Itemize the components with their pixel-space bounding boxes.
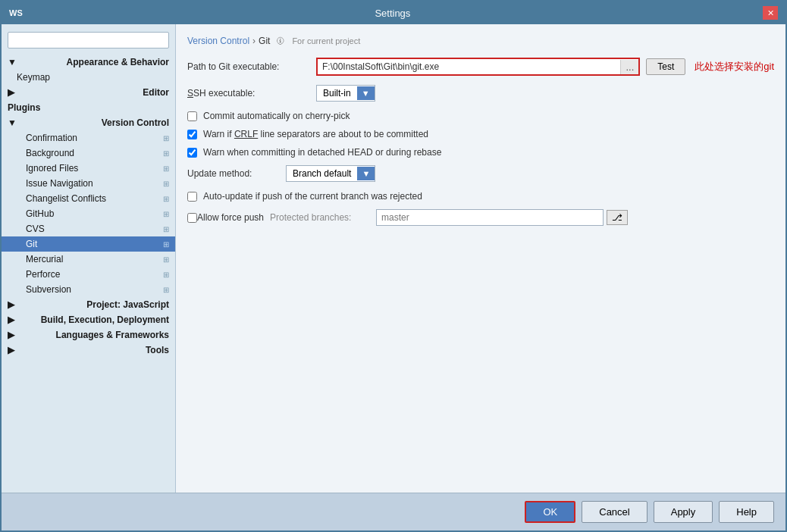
update-method-dropdown[interactable]: ▼ bbox=[357, 167, 375, 180]
title-bar: WS Settings ✕ bbox=[2, 2, 785, 24]
crlf-underline: CRLF bbox=[234, 129, 258, 139]
crlf-label[interactable]: Warn if CRLF line separators are about t… bbox=[203, 129, 428, 139]
help-button[interactable]: Help bbox=[719, 501, 774, 523]
expand-arrow-projectjs: ▶ bbox=[8, 299, 14, 310]
test-button[interactable]: Test bbox=[646, 58, 685, 75]
ok-button[interactable]: OK bbox=[525, 501, 575, 523]
sidebar-label-git: Git bbox=[26, 239, 37, 249]
sidebar-item-mercurial[interactable]: Mercurial ⊞ bbox=[2, 252, 175, 267]
sync-icon-confirmation: ⊞ bbox=[163, 134, 169, 142]
ssh-label-rest: SH executable: bbox=[193, 88, 255, 99]
autoupdate-label[interactable]: Auto-update if push of the current branc… bbox=[203, 191, 422, 202]
sidebar-item-cvs[interactable]: CVS ⊞ bbox=[2, 221, 175, 236]
sidebar-item-tools[interactable]: ▶ Tools bbox=[2, 343, 175, 358]
sidebar: ▼ Appearance & Behavior Keymap ▶ Editor … bbox=[2, 24, 176, 493]
force-push-row: Allow force push Protected branches: ⎇ bbox=[187, 209, 774, 226]
force-push-checkbox[interactable] bbox=[187, 213, 197, 223]
breadcrumb-vc: Version Control bbox=[187, 36, 249, 46]
sidebar-label-projectjs: Project: JavaScript bbox=[86, 299, 169, 310]
ssh-label: SSH executable: bbox=[187, 88, 316, 99]
apply-button[interactable]: Apply bbox=[654, 501, 713, 523]
expand-arrow-vc: ▼ bbox=[8, 117, 17, 128]
update-method-label: Update method: bbox=[187, 168, 286, 179]
protected-branches-input[interactable] bbox=[376, 209, 604, 226]
sidebar-item-keymap[interactable]: Keymap bbox=[2, 70, 175, 85]
browse-button[interactable]: ... bbox=[620, 60, 638, 74]
sidebar-label-mercurial: Mercurial bbox=[26, 254, 63, 264]
sync-icon-mercurial: ⊞ bbox=[163, 255, 169, 264]
sidebar-item-editor[interactable]: ▶ Editor bbox=[2, 85, 175, 100]
main-panel: Version Control › Git 🛈 For current proj… bbox=[176, 24, 785, 493]
sidebar-item-plugins[interactable]: Plugins bbox=[2, 100, 175, 115]
update-method-value: Branch default bbox=[287, 166, 357, 181]
git-path-input[interactable] bbox=[318, 59, 620, 74]
sidebar-item-subversion[interactable]: Subversion ⊞ bbox=[2, 282, 175, 297]
settings-dialog: WS Settings ✕ ▼ Appearance & Behavior Ke… bbox=[0, 0, 787, 532]
git-path-annotation: 此处选择安装的git bbox=[695, 60, 774, 74]
sync-icon-ignoredfiles: ⊞ bbox=[163, 164, 169, 173]
breadcrumb-arrow: › bbox=[252, 36, 256, 46]
ssh-dropdown-button[interactable]: ▼ bbox=[357, 86, 375, 100]
ssh-label-underline: S bbox=[187, 88, 193, 99]
sidebar-item-versioncontrol[interactable]: ▼ Version Control bbox=[2, 115, 175, 130]
cherry-pick-checkbox[interactable] bbox=[187, 111, 197, 121]
dialog-title: Settings bbox=[23, 8, 763, 19]
sync-icon-issuenavigation: ⊞ bbox=[163, 180, 169, 188]
sidebar-label-plugins: Plugins bbox=[8, 102, 40, 113]
sidebar-item-buildexec[interactable]: ▶ Build, Execution, Deployment bbox=[2, 312, 175, 327]
sidebar-label-background: Background bbox=[26, 148, 74, 158]
sync-icon-changelistconflicts: ⊞ bbox=[163, 195, 169, 203]
sidebar-item-git[interactable]: Git ⊞ bbox=[2, 236, 175, 252]
search-input[interactable] bbox=[8, 32, 169, 49]
sidebar-label-buildexec: Build, Execution, Deployment bbox=[41, 315, 169, 325]
update-method-row: Update method: Branch default ▼ bbox=[187, 165, 774, 182]
sidebar-item-appearance[interactable]: ▼ Appearance & Behavior bbox=[2, 55, 175, 70]
force-push-label[interactable]: Allow force push bbox=[197, 212, 264, 223]
protected-branches-label: Protected branches: bbox=[270, 212, 376, 223]
update-method-wrapper: Branch default ▼ bbox=[286, 165, 375, 182]
detachedhead-label[interactable]: Warn when committing in detached HEAD or… bbox=[203, 147, 441, 158]
crlf-row: Warn if CRLF line separators are about t… bbox=[187, 129, 774, 139]
info-icon: 🛈 bbox=[276, 36, 284, 45]
branch-icon-button[interactable]: ⎇ bbox=[607, 210, 628, 225]
ssh-select-wrapper: Built-in ▼ bbox=[316, 85, 375, 102]
sync-icon-github: ⊞ bbox=[163, 210, 169, 218]
close-button[interactable]: ✕ bbox=[763, 6, 778, 20]
sidebar-item-ignoredfiles[interactable]: Ignored Files ⊞ bbox=[2, 161, 175, 176]
sidebar-label-changelistconflicts: Changelist Conflicts bbox=[26, 193, 106, 204]
ssh-row: SSH executable: Built-in ▼ bbox=[187, 85, 774, 102]
sidebar-item-changelistconflicts[interactable]: Changelist Conflicts ⊞ bbox=[2, 191, 175, 206]
git-path-row: Path to Git executable: ... Test 此处选择安装的… bbox=[187, 58, 774, 76]
git-path-input-wrapper: ... bbox=[316, 58, 640, 76]
bottom-bar: OK Cancel Apply Help bbox=[2, 493, 785, 530]
sidebar-label-confirmation: Confirmation bbox=[26, 133, 77, 143]
sidebar-item-perforce[interactable]: Perforce ⊞ bbox=[2, 267, 175, 282]
sidebar-label-editor: Editor bbox=[143, 87, 169, 98]
sync-icon-perforce: ⊞ bbox=[163, 271, 169, 279]
branch-icon: ⎇ bbox=[612, 212, 622, 223]
cancel-button[interactable]: Cancel bbox=[582, 501, 647, 523]
content-area: ▼ Appearance & Behavior Keymap ▶ Editor … bbox=[2, 24, 785, 493]
sync-icon-subversion: ⊞ bbox=[163, 286, 169, 294]
sidebar-item-projectjs[interactable]: ▶ Project: JavaScript bbox=[2, 297, 175, 312]
sidebar-item-background[interactable]: Background ⊞ bbox=[2, 146, 175, 161]
cherry-pick-label[interactable]: Commit automatically on cherry-pick bbox=[203, 111, 350, 121]
sidebar-item-issuenavigation[interactable]: Issue Navigation ⊞ bbox=[2, 176, 175, 191]
expand-arrow-editor: ▶ bbox=[8, 87, 14, 98]
sidebar-item-confirmation[interactable]: Confirmation ⊞ bbox=[2, 130, 175, 146]
sidebar-item-languages[interactable]: ▶ Languages & Frameworks bbox=[2, 327, 175, 343]
ws-logo: WS bbox=[9, 8, 23, 17]
sidebar-label-appearance: Appearance & Behavior bbox=[67, 57, 169, 67]
sidebar-item-github[interactable]: GitHub ⊞ bbox=[2, 206, 175, 221]
breadcrumb-git: Git bbox=[259, 36, 270, 46]
sidebar-label-ignoredfiles: Ignored Files bbox=[26, 163, 78, 174]
breadcrumb: Version Control › Git 🛈 For current proj… bbox=[187, 36, 774, 46]
expand-arrow-tools: ▶ bbox=[8, 345, 14, 355]
sync-icon-background: ⊞ bbox=[163, 149, 169, 158]
detachedhead-checkbox[interactable] bbox=[187, 148, 197, 158]
expand-arrow-buildexec: ▶ bbox=[8, 315, 14, 325]
sidebar-label-vc: Version Control bbox=[102, 117, 169, 128]
crlf-checkbox[interactable] bbox=[187, 130, 197, 139]
autoupdate-checkbox[interactable] bbox=[187, 192, 197, 202]
expand-arrow-languages: ▶ bbox=[8, 330, 14, 340]
